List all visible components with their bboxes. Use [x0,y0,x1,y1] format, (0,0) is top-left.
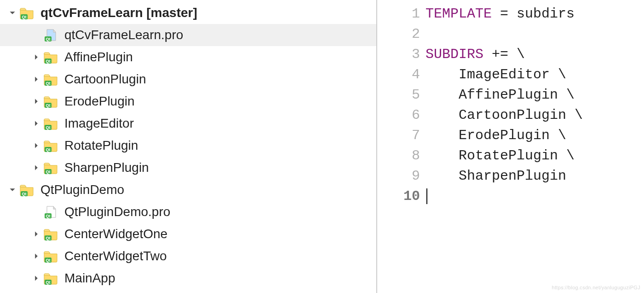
text-token: += \ [483,47,525,62]
line-number: 8 [377,146,426,166]
code-line[interactable]: ErodePlugin \ [426,125,644,146]
chevron-right-icon[interactable] [32,141,40,150]
keyword-token: SUBDIRS [426,47,483,62]
text-token: SharpenPlugin [426,168,566,184]
svg-text:Qt: Qt [46,37,51,41]
tree-row[interactable]: Qt qtCvFrameLearn [master] [0,2,376,24]
code-editor[interactable]: 12345678910 TEMPLATE = subdirsSUBDIRS +=… [377,0,644,293]
code-line[interactable] [426,186,644,206]
tree-row[interactable]: Qt ImageEditor [0,112,376,135]
tree-row[interactable]: Qt QtPluginDemo.pro [0,201,376,223]
chevron-right-icon[interactable] [32,230,40,238]
line-number: 9 [377,166,426,186]
code-line[interactable]: CartoonPlugin \ [426,105,644,125]
arrow-placeholder [32,208,40,216]
text-cursor [426,188,427,204]
tree-row[interactable]: Qt SharpenPlugin [0,157,376,179]
chevron-right-icon[interactable] [32,75,40,83]
tree-row[interactable]: Qt ErodePlugin [0,90,376,112]
tree-item-label: QtPluginDemo [40,182,124,197]
tree-row[interactable]: Qt CenterWidgetTwo [0,245,376,267]
text-token: CartoonPlugin \ [426,107,583,123]
tree-item-label: ErodePlugin [64,94,135,109]
folder-qt-icon: Qt [19,6,34,19]
line-number: 10 [377,186,426,206]
tree-item-label: qtCvFrameLearn.pro [64,28,183,42]
text-token: = subdirs [492,6,575,22]
folder-qt-icon: Qt [43,117,58,130]
chevron-right-icon[interactable] [32,97,40,105]
line-number: 5 [377,85,426,105]
tree-row[interactable]: Qt QtPluginDemo [0,179,376,201]
svg-text:Qt: Qt [46,236,51,240]
line-number: 3 [377,44,426,64]
chevron-down-icon[interactable] [8,186,17,194]
folder-qt-icon: Qt [43,228,58,240]
file-qt-icon: Qt [43,29,58,41]
tree-item-label: qtCvFrameLearn [master] [40,6,197,20]
code-area[interactable]: TEMPLATE = subdirsSUBDIRS += \ ImageEdit… [426,0,644,293]
svg-text:Qt: Qt [46,258,51,263]
code-line[interactable]: ImageEditor \ [426,64,644,85]
svg-text:Qt: Qt [46,59,51,64]
folder-qt-icon: Qt [19,183,34,196]
chevron-right-icon[interactable] [32,164,40,172]
line-number: 4 [377,64,426,85]
svg-text:Qt: Qt [46,280,51,285]
line-number: 1 [377,4,426,24]
code-line[interactable]: TEMPLATE = subdirs [426,4,644,24]
chevron-right-icon[interactable] [32,274,40,282]
chevron-right-icon[interactable] [32,119,40,128]
line-number: 6 [377,105,426,125]
line-number: 7 [377,125,426,146]
folder-qt-icon: Qt [43,95,58,108]
tree-item-label: CenterWidgetTwo [64,249,167,264]
tree-item-label: CartoonPlugin [64,72,146,87]
text-token: ImageEditor \ [426,67,566,82]
svg-text:Qt: Qt [46,214,51,218]
svg-text:Qt: Qt [46,170,51,174]
tree-row[interactable]: Qt RotatePlugin [0,135,376,157]
tree-item-label: ImageEditor [64,116,134,131]
text-token: RotatePlugin \ [426,148,575,164]
tree-item-label: SharpenPlugin [64,160,149,175]
code-line[interactable] [426,24,644,44]
text-token: AffinePlugin \ [426,87,575,103]
svg-text:Qt: Qt [46,147,51,152]
tree-item-label: RotatePlugin [64,138,138,153]
tree-row[interactable]: Qt AffinePlugin [0,46,376,68]
file-qt-icon: Qt [43,205,58,218]
svg-text:Qt: Qt [46,103,51,108]
tree-row[interactable]: Qt qtCvFrameLearn.pro [0,24,376,46]
folder-qt-icon: Qt [43,73,58,86]
app-root: Qt qtCvFrameLearn [master] Qt qtCvFrameL… [0,0,644,293]
folder-qt-icon: Qt [43,272,58,285]
tree-row[interactable]: Qt CartoonPlugin [0,68,376,90]
line-number-gutter: 12345678910 [377,0,426,293]
keyword-token: TEMPLATE [426,6,492,22]
tree-item-label: MainApp [64,271,115,286]
chevron-right-icon[interactable] [32,252,40,260]
arrow-placeholder [32,31,40,39]
chevron-down-icon[interactable] [8,9,17,17]
line-number: 2 [377,24,426,44]
watermark-text: https://blog.csdn.net/yanluguguziPGJ [552,285,640,290]
code-line[interactable]: SUBDIRS += \ [426,44,644,64]
project-tree[interactable]: Qt qtCvFrameLearn [master] Qt qtCvFrameL… [0,0,377,293]
code-line[interactable]: SharpenPlugin [426,166,644,186]
text-token: ErodePlugin \ [426,128,566,143]
tree-item-label: AffinePlugin [64,50,133,64]
tree-row[interactable]: Qt CenterWidgetOne [0,223,376,245]
folder-qt-icon: Qt [43,139,58,152]
svg-text:Qt: Qt [22,15,27,19]
svg-text:Qt: Qt [46,125,51,130]
svg-text:Qt: Qt [22,192,27,196]
code-line[interactable]: RotatePlugin \ [426,146,644,166]
folder-qt-icon: Qt [43,161,58,174]
chevron-right-icon[interactable] [32,53,40,61]
svg-text:Qt: Qt [46,81,51,86]
tree-row[interactable]: Qt MainApp [0,267,376,289]
folder-qt-icon: Qt [43,250,58,263]
code-line[interactable]: AffinePlugin \ [426,85,644,105]
tree-item-label: CenterWidgetOne [64,227,167,241]
